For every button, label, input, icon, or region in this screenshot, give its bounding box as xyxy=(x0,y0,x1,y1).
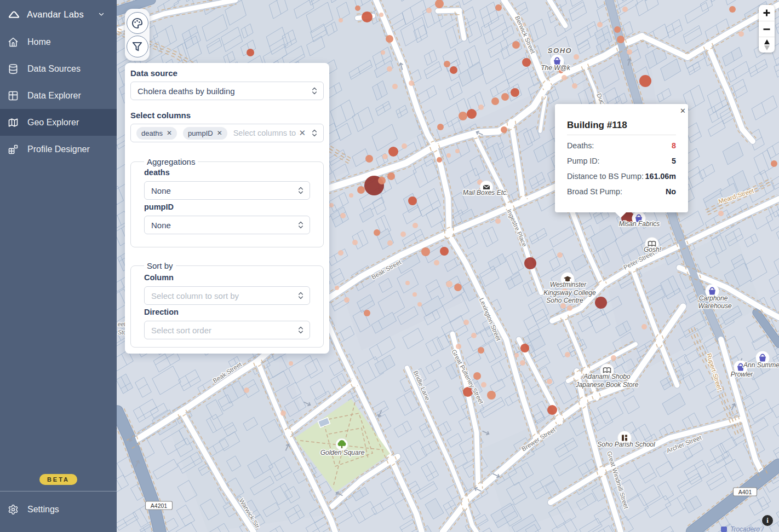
svg-text:Trocadero /: Trocadero / xyxy=(730,525,764,532)
svg-text:Soho Centre: Soho Centre xyxy=(546,297,583,304)
svg-text:A4201: A4201 xyxy=(151,502,168,509)
svg-text:Warehouse: Warehouse xyxy=(698,302,731,310)
svg-text:Kingsway College: Kingsway College xyxy=(543,289,596,297)
svg-text:Golden Square: Golden Square xyxy=(320,449,365,456)
svg-text:Adanami Shobo: Adanami Shobo xyxy=(583,373,631,380)
svg-text:SOHO: SOHO xyxy=(548,47,572,55)
svg-text:Ann Summers: Ann Summers xyxy=(743,361,779,369)
svg-text:Mail Boxes Etc.: Mail Boxes Etc. xyxy=(463,189,508,196)
svg-text:Misan Fabrics: Misan Fabrics xyxy=(619,220,660,228)
svg-text:The W@k: The W@k xyxy=(541,64,571,72)
svg-text:Westminster: Westminster xyxy=(550,281,587,288)
svg-text:A401: A401 xyxy=(738,489,752,495)
svg-text:Soho Parish School: Soho Parish School xyxy=(597,441,655,448)
svg-text:Carphone: Carphone xyxy=(699,294,728,302)
svg-text:Gosh!: Gosh! xyxy=(644,246,662,253)
svg-text:Japanese Book Store: Japanese Book Store xyxy=(575,381,639,389)
svg-text:Prowler: Prowler xyxy=(731,371,754,378)
